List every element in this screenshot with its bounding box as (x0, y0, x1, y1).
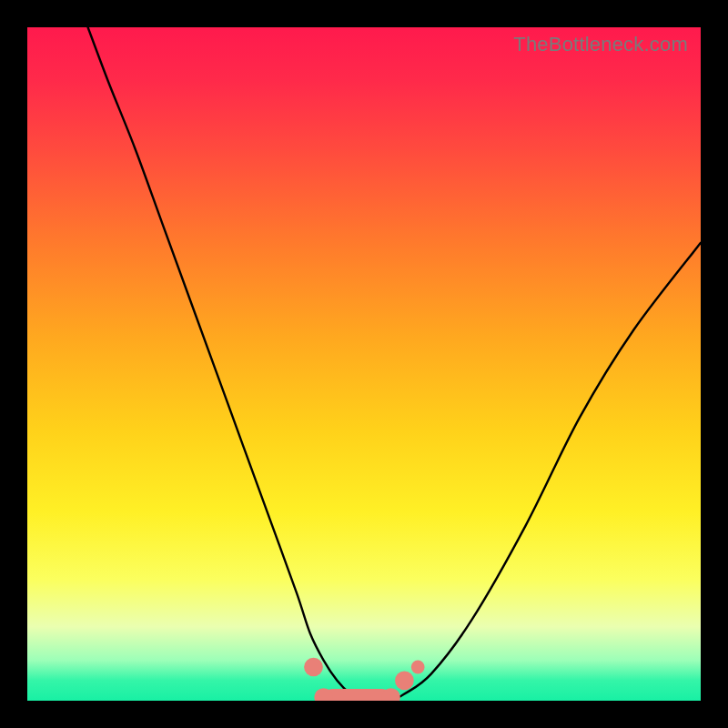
right-dot-2 (411, 661, 425, 674)
right-dot (395, 671, 414, 690)
left-dot (304, 658, 323, 677)
chart-frame: TheBottleneck.com (0, 0, 728, 728)
plot-area: TheBottleneck.com (27, 27, 701, 701)
bottleneck-curve (27, 27, 701, 701)
marker-layer (304, 658, 424, 701)
flat-segment-marker (324, 689, 391, 701)
curve-path (88, 27, 701, 701)
